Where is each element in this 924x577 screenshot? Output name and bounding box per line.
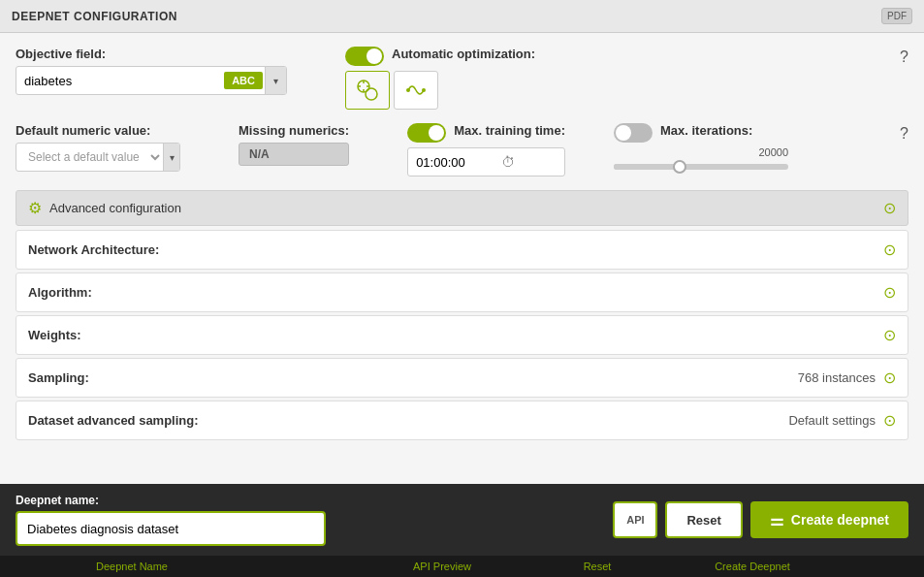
algorithm-row[interactable]: Algorithm: ⊙ (16, 272, 908, 312)
config-header-title: DEEPNET CONFIGURATION (12, 10, 177, 23)
footer-api-preview-label: API Preview (384, 561, 500, 572)
max-iterations-value: 20000 (758, 146, 788, 158)
network-architecture-label: Network Architecture: (28, 242, 159, 257)
dataset-advanced-sampling-value: Default settings (788, 413, 876, 428)
max-iterations-label: Max. iterations: (660, 123, 752, 138)
auto-optimization-label: Automatic optimization: (392, 47, 535, 61)
auto-opt-btn-2[interactable] (394, 71, 438, 110)
advanced-config-label: Advanced configuration (49, 201, 181, 215)
svg-point-7 (422, 88, 426, 92)
config-header: DEEPNET CONFIGURATION PDF (0, 0, 924, 33)
dataset-advanced-sampling-expand: ⊙ (883, 411, 896, 430)
default-numeric-label: Default numeric value: (16, 123, 180, 138)
auto-opt-icon-2 (402, 77, 430, 104)
reset-button[interactable]: Reset (665, 501, 742, 538)
create-deepnet-icon: ⚌ (770, 511, 783, 529)
footer-deepnet-name-label: Deepnet Name (35, 561, 229, 572)
expandable-rows: Network Architecture: ⊙ Algorithm: ⊙ Wei… (16, 230, 908, 440)
weights-row[interactable]: Weights: ⊙ (16, 315, 908, 355)
footer-reset-label: Reset (558, 561, 636, 572)
api-label: API (626, 514, 644, 526)
slider-thumb[interactable] (673, 160, 686, 174)
max-training-input-wrapper: ⏱ (407, 147, 565, 176)
default-numeric-arrow[interactable]: ▾ (163, 144, 179, 171)
content-area: Objective field: ABC ▾ Automatic optimiz… (0, 33, 924, 484)
help-icon-1[interactable]: ? (900, 48, 908, 66)
max-iterations-toggle[interactable] (614, 123, 653, 143)
deepnet-name-label: Deepnet name: (16, 494, 326, 507)
max-training-toggle[interactable] (407, 123, 446, 143)
missing-numerics-label: Missing numerics: (239, 123, 349, 138)
max-iterations-slider-track (614, 164, 788, 170)
objective-field-input-wrapper: ABC ▾ (16, 66, 287, 95)
auto-opt-btn-1[interactable] (345, 71, 390, 110)
sampling-expand: ⊙ (883, 369, 896, 387)
max-training-input[interactable] (408, 155, 495, 170)
network-architecture-expand: ⊙ (883, 240, 896, 259)
algorithm-expand: ⊙ (883, 283, 896, 302)
max-training-group: Max. training time: ⏱ (407, 123, 565, 176)
weights-label: Weights: (28, 328, 81, 342)
auto-optimization-toggle[interactable] (345, 47, 384, 66)
objective-field-label: Objective field: (16, 47, 287, 61)
objective-field-input[interactable] (16, 74, 222, 88)
sampling-row[interactable]: Sampling: 768 instances ⊙ (16, 358, 908, 398)
advanced-gear-icon: ⚙ (28, 199, 42, 217)
deepnet-name-group: Deepnet name: (16, 494, 326, 546)
max-training-label: Max. training time: (454, 123, 565, 138)
create-deepnet-button[interactable]: ⚌ Create deepnet (750, 501, 908, 538)
svg-point-6 (406, 88, 410, 92)
deepnet-name-input[interactable] (16, 511, 326, 546)
objective-field-group: Objective field: ABC ▾ (16, 47, 287, 95)
advanced-config-header[interactable]: ⚙ Advanced configuration ⊙ (16, 190, 908, 226)
default-numeric-select-wrapper: Select a default value ▾ (16, 143, 180, 172)
abc-badge: ABC (224, 72, 263, 89)
objective-field-dropdown[interactable]: ▾ (265, 67, 286, 94)
clock-icon: ⏱ (495, 154, 521, 170)
help-icon-2[interactable]: ? (900, 125, 908, 143)
missing-numerics-group: Missing numerics: N/A (239, 123, 349, 166)
footer-labels: Deepnet Name API Preview Reset Create De… (0, 556, 924, 577)
algorithm-label: Algorithm: (28, 285, 92, 300)
auto-optimization-group: Automatic optimization: (345, 47, 535, 110)
default-numeric-select[interactable]: Select a default value (16, 149, 163, 165)
advanced-config-expand-icon: ⊙ (883, 199, 896, 217)
auto-opt-buttons (345, 71, 535, 110)
bottom-actions: Deepnet name: API Reset ⚌ Create deepnet (0, 484, 924, 556)
footer-create-deepnet-label: Create Deepnet (694, 561, 811, 572)
dataset-advanced-sampling-label: Dataset advanced sampling: (28, 413, 199, 428)
auto-opt-icon-1 (354, 77, 381, 104)
dataset-advanced-sampling-row[interactable]: Dataset advanced sampling: Default setti… (16, 401, 908, 440)
sampling-label: Sampling: (28, 370, 89, 385)
api-preview-button[interactable]: API (613, 501, 657, 538)
create-deepnet-label: Create deepnet (791, 512, 889, 528)
weights-expand: ⊙ (883, 326, 896, 344)
pdf-button[interactable]: PDF (881, 8, 912, 24)
na-badge: N/A (239, 143, 349, 166)
max-iterations-group: Max. iterations: 20000 (614, 123, 788, 170)
svg-point-1 (366, 88, 377, 100)
network-architecture-row[interactable]: Network Architecture: ⊙ (16, 230, 908, 270)
sampling-value: 768 instances (798, 370, 876, 385)
default-numeric-group: Default numeric value: Select a default … (16, 123, 180, 172)
